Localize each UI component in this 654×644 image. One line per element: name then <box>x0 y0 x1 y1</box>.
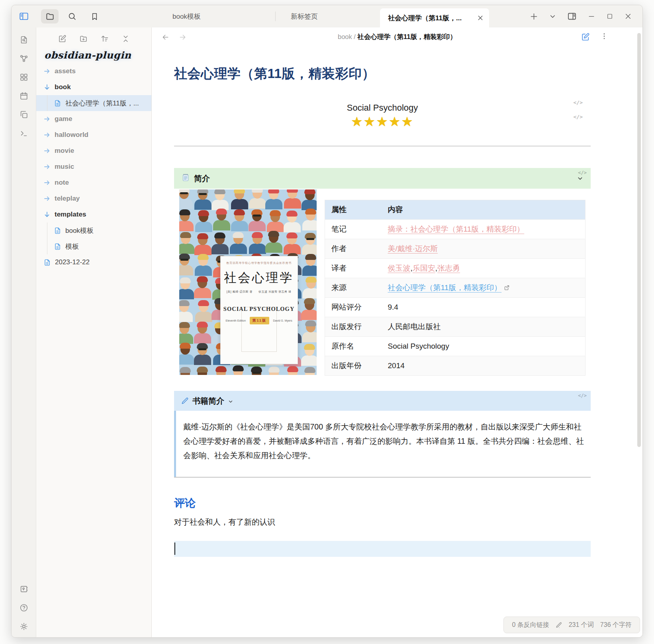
table-row-author: 作者 美/戴维·迈尔斯 <box>325 239 585 259</box>
minimize-button[interactable] <box>587 12 595 20</box>
edit-block-code-icon[interactable]: </> <box>574 100 583 105</box>
terminal-icon[interactable] <box>20 129 28 138</box>
rating-stars[interactable]: ★★★★★ <box>174 115 591 128</box>
tab-new-tab[interactable]: 新标签页 <box>276 5 380 27</box>
calendar-icon[interactable] <box>20 92 28 100</box>
sidebar-item-halloworld[interactable]: halloworld <box>36 127 151 143</box>
files-tab-icon[interactable] <box>41 9 59 23</box>
maximize-button[interactable] <box>606 13 613 20</box>
sidebar-item-teleplay[interactable]: teleplay <box>36 191 151 207</box>
bookmarks-tab-icon[interactable] <box>86 9 103 23</box>
tab-label: 社会心理学（第11版，... <box>388 14 462 23</box>
book-desc-title: 书籍简介 <box>192 396 224 406</box>
breadcrumb-folder[interactable]: book <box>338 33 352 40</box>
toggle-left-sidebar-icon[interactable] <box>15 9 33 23</box>
new-folder-icon[interactable] <box>79 35 88 43</box>
intro-section-body: 教育部高等学校心理学教学指导委员会推荐用书 社会心理学 [美] 戴维·迈尔斯 著… <box>174 189 591 376</box>
internal-note-link[interactable]: 侯玉波 <box>388 264 411 272</box>
arrow-right-icon <box>43 195 51 202</box>
breadcrumb: book / 社会心理学（第11版，精装彩印） <box>152 33 642 41</box>
titlebar: book模板 新标签页 社会心理学（第11版，... <box>12 5 642 27</box>
file-tree: assets book 社会心理学（第11版，... game hallowor… <box>36 63 151 270</box>
divider <box>174 146 591 146</box>
sidebar-item-movie[interactable]: movie <box>36 143 151 159</box>
sidebar-item-daily-note[interactable]: 2023-12-22 <box>36 254 151 270</box>
workspace: obsidian-plugin assets book 社会心理学（第11版，.… <box>12 27 642 637</box>
graph-view-icon[interactable] <box>20 54 28 63</box>
collapse-chevron-icon[interactable] <box>577 175 584 182</box>
note-title: 社会心理学（第11版，精装彩印） <box>174 65 591 83</box>
internal-note-link[interactable]: 美/戴维·迈尔斯 <box>388 244 438 253</box>
table-row-original-title: 原作名 Social Psychology <box>325 337 585 356</box>
internal-note-link[interactable]: 张志勇 <box>437 264 460 272</box>
sidebar-item-template-file[interactable]: 模板 <box>36 238 151 254</box>
external-link-icon <box>504 285 510 291</box>
edit-block-code-icon[interactable]: </> <box>574 114 583 120</box>
edit-mode-icon[interactable] <box>581 33 590 41</box>
new-tab-icon[interactable] <box>530 12 538 21</box>
properties-table: 属性 内容 笔记 摘录：社会心理学（第11版，精装彩印） <box>325 200 585 376</box>
vault-switcher-icon[interactable] <box>20 585 28 593</box>
cover-recommend-line: 教育部高等学校心理学教学指导委员会推荐用书 <box>226 261 292 265</box>
sidebar-item-note[interactable]: note <box>36 175 151 191</box>
search-tab-icon[interactable] <box>63 9 81 23</box>
comment-text: 对于社会和人，有了新的认识 <box>174 517 591 527</box>
edit-block-code-icon[interactable]: </> <box>578 170 587 176</box>
close-window-button[interactable] <box>624 12 632 20</box>
arrow-down-icon <box>43 211 51 218</box>
sort-order-icon[interactable] <box>100 35 109 43</box>
sidebar-item-game[interactable]: game <box>36 111 151 127</box>
vault-title[interactable]: obsidian-plugin <box>36 49 151 61</box>
canvas-grid-icon[interactable] <box>20 73 28 82</box>
arrow-down-icon <box>43 84 51 91</box>
file-icon <box>54 227 61 234</box>
tab-active-note[interactable]: 社会心理学（第11版，... <box>380 8 489 27</box>
open-quick-switcher-icon[interactable] <box>20 35 28 44</box>
arrow-right-icon <box>43 131 51 139</box>
new-note-icon[interactable] <box>58 35 67 43</box>
external-source-link[interactable]: 社会心理学（第11版，精装彩印） <box>388 283 502 292</box>
tab-book-template[interactable]: book模板 <box>157 5 275 27</box>
table-row-year: 出版年份 2014 <box>325 356 585 376</box>
sidebar-item-book[interactable]: book <box>36 79 151 95</box>
book-desc-header[interactable]: 书籍简介 </> <box>174 391 591 411</box>
sidebar-item-book-template-file[interactable]: book模板 <box>36 222 151 238</box>
note-scroller[interactable]: 社会心理学（第11版，精装彩印） Social Psychology ★★★★★… <box>152 47 642 637</box>
internal-note-link[interactable]: 乐国安 <box>413 264 435 272</box>
tab-list-chevron-icon[interactable] <box>549 13 556 20</box>
templates-copy-icon[interactable] <box>20 110 28 119</box>
collapse-all-icon[interactable] <box>121 35 130 43</box>
breadcrumb-title[interactable]: 社会心理学（第11版，精装彩印） <box>358 33 456 40</box>
text-cursor <box>174 543 175 555</box>
comments-heading: 评论 <box>174 496 591 510</box>
editor-active-line[interactable] <box>174 541 591 557</box>
ribbon <box>12 27 36 637</box>
intro-section-header[interactable]: 简介 </> <box>174 168 591 189</box>
backlinks-count[interactable]: 0 条反向链接 <box>512 621 549 629</box>
table-row-source: 来源 社会心理学（第11版，精装彩印） <box>325 278 585 298</box>
intro-section-title: 简介 <box>194 173 210 184</box>
more-options-icon[interactable] <box>600 32 608 42</box>
cover-bottom-row: Eleventh Edition 第11版 David G. Myers <box>224 317 294 324</box>
sidebar-item-assets[interactable]: assets <box>36 63 151 79</box>
table-row-note: 笔记 摘录：社会心理学（第11版，精装彩印） <box>325 220 585 239</box>
edit-block-code-icon[interactable]: </> <box>578 393 587 398</box>
arrow-right-icon <box>43 163 51 170</box>
toggle-right-sidebar-icon[interactable] <box>567 12 577 21</box>
internal-note-link[interactable]: 摘录：社会心理学（第11版，精装彩印） <box>388 225 525 233</box>
sidebar-item-note-shehuixinlixue[interactable]: 社会心理学（第11版，... <box>36 95 151 111</box>
scrollbar-thumb[interactable] <box>637 33 641 447</box>
edit-pencil-icon[interactable] <box>556 622 562 628</box>
sidebar-item-templates[interactable]: templates <box>36 207 151 222</box>
settings-gear-icon[interactable] <box>20 622 28 631</box>
note-content: 社会心理学（第11版，精装彩印） Social Psychology ★★★★★… <box>174 65 591 557</box>
sidebar-item-music[interactable]: music <box>36 159 151 175</box>
close-tab-icon[interactable] <box>477 15 484 21</box>
table-row-rating: 网站评分 9.4 <box>325 298 585 317</box>
status-bar: 0 条反向链接 231 个词 736 个字符 <box>503 617 640 633</box>
book-english-title: Social Psychology <box>174 103 591 113</box>
help-icon[interactable] <box>20 603 28 612</box>
breadcrumb-separator: / <box>352 33 358 40</box>
collapse-chevron-icon[interactable] <box>228 399 233 404</box>
book-cover-image: 教育部高等学校心理学教学指导委员会推荐用书 社会心理学 [美] 戴维·迈尔斯 著… <box>179 189 317 375</box>
